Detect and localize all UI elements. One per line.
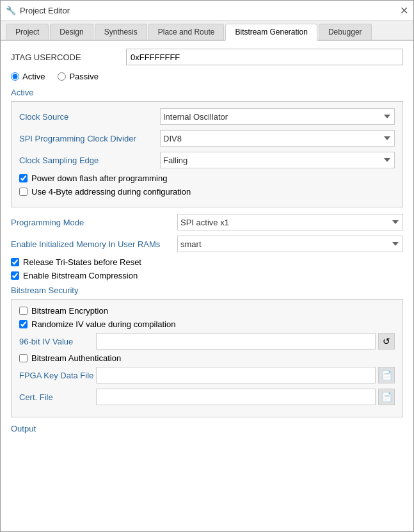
- radio-passive-label: Passive: [69, 72, 99, 81]
- fpga-key-label: FPGA Key Data File: [19, 371, 96, 380]
- release-tristates-row[interactable]: Release Tri-States before Reset: [11, 257, 403, 267]
- enable-compression-label: Enable Bitstream Compression: [23, 271, 138, 280]
- tab-project[interactable]: Project: [6, 24, 49, 40]
- tab-synthesis[interactable]: Synthesis: [95, 24, 147, 40]
- enable-compression-checkbox[interactable]: [11, 271, 19, 280]
- release-tristates-checkbox[interactable]: [11, 258, 19, 266]
- radio-passive[interactable]: Passive: [58, 72, 99, 81]
- radio-active-input[interactable]: [11, 72, 19, 81]
- tab-bitstream-generation[interactable]: Bitstream Generation: [225, 24, 317, 41]
- programming-mode-select[interactable]: SPI active x1 SPI active x2 SPI active x…: [177, 214, 403, 230]
- fpga-key-input[interactable]: [96, 367, 376, 383]
- main-content: JTAG USERCODE Active Passive Active Cloc…: [1, 41, 413, 531]
- randomize-iv-label: Randomize IV value during compilation: [31, 319, 175, 329]
- power-down-row[interactable]: Power down flash after programming: [19, 173, 395, 183]
- randomize-iv-row[interactable]: Randomize IV value during compilation: [19, 319, 395, 329]
- use-4byte-checkbox[interactable]: [19, 188, 28, 196]
- power-down-checkbox[interactable]: [19, 174, 28, 182]
- enable-mem-row: Enable Initialized Memory In User RAMs s…: [11, 236, 403, 252]
- spi-clock-row: SPI Programming Clock Divider DIV8 DIV4 …: [19, 130, 395, 147]
- programming-mode-label: Programming Mode: [11, 218, 177, 227]
- output-section: Output: [11, 424, 403, 433]
- bitstream-auth-label: Bitstream Authentication: [31, 353, 121, 363]
- clock-source-label: Clock Source: [19, 112, 160, 122]
- bitstream-auth-row[interactable]: Bitstream Authentication: [19, 353, 395, 363]
- jtag-usercode-row: JTAG USERCODE: [11, 49, 403, 65]
- cert-file-browse-button[interactable]: 📄: [378, 389, 395, 405]
- use-4byte-label: Use 4-Byte addressing during configurati…: [31, 187, 191, 197]
- cert-file-label: Cert. File: [19, 392, 96, 402]
- iv-refresh-button[interactable]: ↺: [378, 333, 395, 350]
- spi-clock-select[interactable]: DIV8 DIV4 DIV2 DIV1: [160, 130, 395, 147]
- cert-file-row: Cert. File 📄: [19, 389, 395, 405]
- bitstream-encryption-checkbox[interactable]: [19, 307, 28, 315]
- active-settings-group: Clock Source Internal Oscillator Externa…: [11, 101, 403, 207]
- close-button[interactable]: ✕: [400, 6, 408, 16]
- power-down-label: Power down flash after programming: [31, 173, 167, 183]
- bitstream-security-label: Bitstream Security: [11, 286, 403, 295]
- iv-value-row: 96-bit IV Value ↺: [19, 333, 395, 350]
- project-editor-window: 🔧 Project Editor ✕ Project Design Synthe…: [0, 0, 414, 532]
- active-section-label: Active: [11, 88, 403, 97]
- radio-active-label: Active: [22, 72, 45, 81]
- release-tristates-label: Release Tri-States before Reset: [23, 257, 141, 267]
- jtag-usercode-label: JTAG USERCODE: [11, 52, 126, 62]
- app-icon: 🔧: [6, 6, 16, 16]
- tab-debugger[interactable]: Debugger: [319, 24, 372, 40]
- enable-compression-row[interactable]: Enable Bitstream Compression: [11, 271, 403, 280]
- programming-mode-row: Programming Mode SPI active x1 SPI activ…: [11, 214, 403, 230]
- clock-source-select[interactable]: Internal Oscillator External: [160, 108, 395, 125]
- jtag-usercode-input[interactable]: [126, 49, 403, 65]
- tab-place-and-route[interactable]: Place and Route: [148, 24, 225, 40]
- window-title: Project Editor: [20, 6, 70, 15]
- bitstream-encryption-row[interactable]: Bitstream Encryption: [19, 306, 395, 316]
- radio-active[interactable]: Active: [11, 72, 45, 81]
- clock-sampling-row: Clock Sampling Edge Falling Rising: [19, 152, 395, 168]
- use-4byte-row[interactable]: Use 4-Byte addressing during configurati…: [19, 187, 395, 197]
- bitstream-auth-checkbox[interactable]: [19, 354, 28, 362]
- output-label: Output: [11, 424, 403, 433]
- clock-sampling-select[interactable]: Falling Rising: [160, 152, 395, 168]
- mode-radio-group: Active Passive: [11, 72, 403, 81]
- enable-mem-select[interactable]: smart always never: [177, 236, 403, 252]
- tab-design[interactable]: Design: [50, 24, 93, 40]
- titlebar: 🔧 Project Editor ✕: [1, 1, 413, 21]
- iv-value-label: 96-bit IV Value: [19, 337, 96, 346]
- radio-passive-input[interactable]: [58, 72, 66, 81]
- fpga-key-row: FPGA Key Data File 📄: [19, 367, 395, 383]
- bitstream-security-group: Bitstream Encryption Randomize IV value …: [11, 299, 403, 417]
- randomize-iv-checkbox[interactable]: [19, 320, 28, 328]
- tab-bar: Project Design Synthesis Place and Route…: [1, 21, 413, 41]
- clock-sampling-label: Clock Sampling Edge: [19, 156, 160, 165]
- bitstream-encryption-label: Bitstream Encryption: [31, 306, 108, 316]
- clock-source-row: Clock Source Internal Oscillator Externa…: [19, 108, 395, 125]
- titlebar-left: 🔧 Project Editor: [6, 6, 70, 16]
- fpga-key-browse-button[interactable]: 📄: [378, 367, 395, 383]
- cert-file-input[interactable]: [96, 389, 376, 405]
- enable-mem-label: Enable Initialized Memory In User RAMs: [11, 239, 177, 249]
- iv-value-input[interactable]: [96, 333, 376, 350]
- spi-clock-label: SPI Programming Clock Divider: [19, 134, 160, 143]
